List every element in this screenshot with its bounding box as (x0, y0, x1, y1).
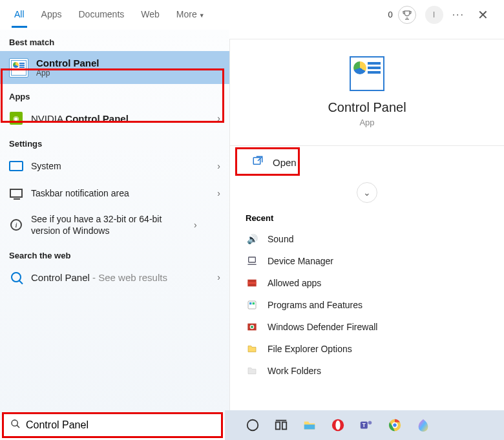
settings-result-system[interactable]: System › (0, 152, 229, 180)
expand-button[interactable]: ⌄ (357, 182, 377, 203)
bottom-bar: T (0, 410, 504, 440)
main-content: Best match Control Panel App Apps ◉ NVID… (0, 30, 504, 420)
settings-header: Settings (0, 131, 229, 152)
tab-web[interactable]: Web (138, 1, 162, 28)
recent-programs-features[interactable]: Programs and Features (230, 294, 504, 316)
svg-point-11 (247, 420, 258, 431)
topbar-right: 0 I ··· ✕ (388, 6, 492, 24)
svg-rect-4 (248, 301, 256, 309)
recent-work-folders[interactable]: Work Folders (230, 360, 504, 382)
search-scope-tabs: All Apps Documents Web More▼ (12, 1, 207, 28)
taskbar-chrome-icon[interactable] (386, 417, 403, 434)
firewall-allow-icon (246, 277, 258, 289)
tab-apps[interactable]: Apps (39, 1, 65, 28)
svg-point-19 (368, 421, 372, 425)
search-box[interactable] (2, 412, 223, 438)
recent-file-explorer-options[interactable]: File Explorer Options (230, 338, 504, 360)
search-icon (10, 419, 21, 432)
taskbar-cortana-icon[interactable] (244, 417, 261, 434)
svg-point-16 (335, 421, 340, 430)
user-avatar[interactable]: I (425, 6, 443, 24)
control-panel-large-icon (350, 56, 384, 91)
open-label: Open (273, 157, 297, 168)
taskbar-opera-icon[interactable] (330, 417, 346, 434)
rewards-icon[interactable] (398, 6, 416, 24)
preview-subtitle: App (236, 118, 498, 127)
work-folders-icon (246, 364, 258, 377)
recent-device-manager[interactable]: Device Manager (230, 250, 504, 272)
chevron-down-icon: ⌄ (363, 187, 371, 198)
chevron-down-icon: ▼ (199, 12, 205, 19)
firewall-icon (246, 320, 258, 333)
best-match-subtitle: App (36, 68, 100, 78)
best-match-result[interactable]: Control Panel App (0, 51, 229, 84)
chevron-right-icon: › (217, 272, 220, 282)
tab-all[interactable]: All (12, 1, 27, 28)
best-match-title: Control Panel (36, 58, 100, 68)
recent-header: Recent (230, 208, 504, 228)
open-icon (252, 155, 264, 169)
svg-rect-3 (247, 282, 256, 284)
web-result-control-panel[interactable]: Control Panel - See web results › (0, 264, 229, 290)
taskbar-teams-icon[interactable]: T (358, 417, 375, 434)
recent-sound[interactable]: 🔊 Sound (230, 228, 504, 250)
svg-rect-12 (276, 422, 280, 429)
taskbar-icon (10, 189, 23, 198)
speaker-icon: 🔊 (246, 233, 258, 246)
apps-header: Apps (0, 84, 229, 105)
search-input[interactable] (26, 419, 215, 431)
preview-header: Control Panel App (230, 39, 504, 134)
chevron-right-icon: › (217, 188, 220, 198)
results-pane: Best match Control Panel App Apps ◉ NVID… (0, 30, 229, 420)
close-button[interactable]: ✕ (474, 7, 492, 23)
control-panel-icon (9, 58, 28, 78)
top-tab-bar: All Apps Documents Web More▼ 0 I ··· ✕ (0, 0, 504, 30)
search-web-header: Search the web (0, 243, 229, 264)
preview-pane: Control Panel App Open ⌄ Recent 🔊 Sound … (229, 39, 504, 420)
svg-rect-6 (253, 302, 255, 304)
open-action[interactable]: Open (236, 146, 504, 178)
chevron-right-icon: › (217, 113, 220, 123)
programs-icon (246, 299, 258, 311)
svg-rect-0 (253, 158, 260, 165)
taskbar-paint-icon[interactable] (415, 417, 432, 434)
preview-title: Control Panel (236, 100, 498, 115)
svg-point-22 (393, 423, 397, 427)
info-icon: i (10, 219, 22, 231)
chevron-right-icon: › (194, 220, 197, 230)
svg-rect-5 (249, 302, 251, 304)
more-options-icon[interactable]: ··· (452, 9, 465, 21)
nvidia-icon: ◉ (10, 112, 23, 125)
rewards-count: 0 (388, 10, 392, 19)
svg-point-9 (251, 326, 253, 328)
search-icon (11, 272, 21, 282)
svg-text:T: T (362, 423, 366, 428)
svg-rect-1 (249, 257, 256, 262)
tab-more[interactable]: More▼ (174, 1, 207, 28)
taskbar-taskview-icon[interactable] (273, 417, 289, 434)
svg-rect-13 (282, 422, 286, 429)
folder-options-icon (246, 342, 258, 355)
recent-defender-firewall[interactable]: Windows Defender Firewall (230, 316, 504, 338)
monitor-icon (9, 161, 23, 171)
device-manager-icon (246, 255, 258, 267)
best-match-header: Best match (0, 30, 229, 51)
taskbar: T (225, 410, 504, 440)
taskbar-explorer-icon[interactable] (301, 417, 318, 434)
recent-allowed-apps[interactable]: Allowed apps (230, 272, 504, 294)
settings-result-32-64[interactable]: i See if you have a 32-bit or 64-bit ver… (0, 207, 229, 243)
svg-point-10 (12, 420, 17, 426)
svg-rect-14 (304, 424, 315, 429)
settings-result-taskbar-notif[interactable]: Taskbar notification area › (0, 180, 229, 207)
chevron-right-icon: › (217, 161, 220, 171)
tab-documents[interactable]: Documents (76, 1, 127, 28)
app-result-nvidia[interactable]: ◉ NVIDIA Control Panel › (0, 105, 229, 131)
